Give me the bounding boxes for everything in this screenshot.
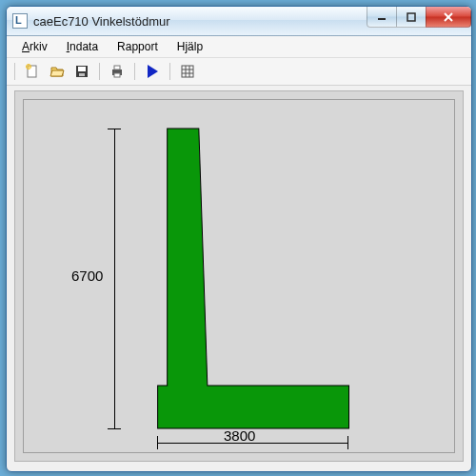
svg-rect-12 [114, 66, 120, 69]
new-button[interactable] [23, 62, 42, 81]
dim-height-value: 6700 [71, 268, 103, 284]
dim-width-value: 3800 [224, 427, 255, 444]
open-button[interactable] [48, 62, 67, 81]
app-icon [12, 13, 28, 29]
maximize-button[interactable] [396, 7, 426, 28]
svg-rect-1 [407, 13, 415, 21]
svg-marker-14 [148, 65, 158, 78]
titlebar[interactable]: caeEc710 Vinkelstödmur [7, 7, 471, 36]
new-icon [25, 64, 40, 79]
toolbar-sep [169, 63, 170, 80]
grid-button[interactable] [178, 62, 197, 81]
close-button[interactable] [426, 7, 471, 28]
window-controls [367, 7, 471, 28]
dim-height-cap-bottom [108, 428, 121, 429]
menubar: Arkiv Indata Rapport Hjälp [7, 36, 471, 58]
dim-width-cap-left [157, 436, 158, 449]
open-icon [50, 64, 65, 79]
toolbar-sep [134, 63, 135, 80]
print-button[interactable] [108, 62, 127, 81]
menu-rapport[interactable]: Rapport [108, 38, 168, 55]
svg-rect-15 [182, 66, 193, 77]
menu-indata[interactable]: Indata [57, 38, 108, 55]
print-icon [109, 64, 125, 79]
run-icon [144, 63, 161, 80]
svg-rect-13 [114, 73, 120, 77]
svg-rect-9 [78, 67, 86, 71]
app-window: caeEc710 Vinkelstödmur Arkiv Indata Rapp… [6, 6, 472, 472]
close-icon [443, 11, 454, 23]
toolbar-sep [14, 63, 15, 80]
window-title: caeEc710 Vinkelstödmur [33, 14, 170, 29]
menu-arkiv[interactable]: Arkiv [12, 38, 57, 55]
grid-icon [180, 64, 195, 79]
svg-rect-10 [79, 73, 85, 76]
toolbar [7, 58, 471, 86]
run-button[interactable] [143, 62, 162, 81]
save-button[interactable] [72, 62, 91, 81]
toolbar-sep [99, 63, 100, 80]
maximize-icon [407, 12, 416, 22]
save-icon [74, 64, 89, 79]
drawing-area: 6700 3800 [14, 90, 464, 462]
menu-hjalp[interactable]: Hjälp [168, 38, 212, 55]
dim-height-cap-top [108, 129, 121, 129]
svg-marker-20 [158, 129, 349, 428]
dim-width-cap-right [347, 436, 348, 449]
minimize-icon [377, 12, 387, 22]
minimize-button[interactable] [367, 7, 397, 28]
drawing-canvas[interactable]: 6700 3800 [23, 99, 455, 453]
dim-height-line [114, 129, 115, 428]
